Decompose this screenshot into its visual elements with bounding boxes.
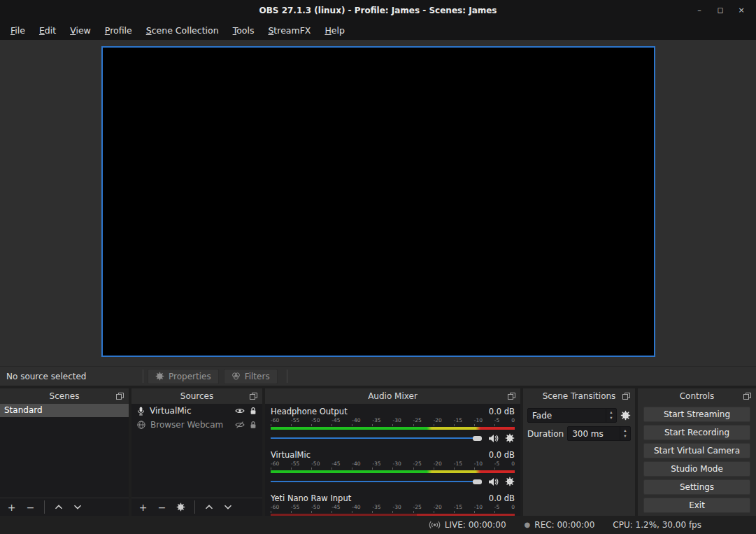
scenes-toolbar: + −	[0, 498, 129, 516]
audio-mixer-dock-title: Audio Mixer	[368, 391, 418, 401]
volume-slider[interactable]	[271, 477, 482, 486]
audio-mixer-dock-header[interactable]: Audio Mixer	[265, 388, 520, 404]
popout-icon[interactable]	[116, 393, 124, 400]
controls-dock-header[interactable]: Controls	[638, 388, 756, 404]
meter-tick-marks	[271, 468, 515, 470]
add-source-icon[interactable]: +	[134, 500, 152, 514]
exit-button[interactable]: Exit	[643, 498, 750, 513]
start-virtual-camera-button[interactable]: Start Virtual Camera	[643, 443, 750, 458]
start-recording-button[interactable]: Start Recording	[643, 425, 750, 440]
meter-tick-label: -5	[494, 417, 499, 423]
source-label: VirtualMic	[150, 406, 230, 416]
move-scene-up-icon[interactable]	[49, 500, 68, 514]
volume-slider-handle[interactable]	[473, 436, 482, 441]
transition-properties-gear-icon[interactable]	[620, 410, 631, 421]
visibility-eye-icon[interactable]	[235, 407, 245, 414]
menu-streamfx[interactable]: StreamFX	[261, 22, 318, 38]
meter-tick-label: -10	[474, 461, 483, 467]
volume-slider-track	[271, 481, 480, 482]
meter-tick-label: -55	[291, 504, 299, 510]
meter-tick-label: -30	[392, 461, 401, 467]
visibility-eye-slash-icon[interactable]	[235, 421, 245, 428]
meter-scale: -60-55-50-45-40-35-30-25-20-15-10-50	[271, 504, 515, 510]
filters-button[interactable]: Filters	[224, 369, 278, 384]
sources-dock: Sources VirtualMic	[131, 388, 262, 516]
source-row-browser-webcam[interactable]: Browser Webcam	[131, 418, 262, 432]
meter-tick-label: -50	[311, 417, 320, 423]
meter-tick-label: -30	[392, 417, 401, 423]
audio-mixer-dock: Audio Mixer Headphone Output 0.0 dB -60-…	[265, 388, 520, 516]
sources-toolbar: + −	[131, 498, 262, 516]
close-button[interactable]: ×	[731, 0, 752, 21]
lock-icon[interactable]	[250, 407, 257, 415]
volume-meter	[271, 427, 515, 430]
meter-tick-label: -35	[372, 504, 380, 510]
popout-icon[interactable]	[250, 393, 257, 400]
meter-tick-label: -55	[291, 461, 299, 467]
scene-item-standard[interactable]: Standard	[0, 404, 129, 417]
minimize-button[interactable]: –	[689, 0, 710, 21]
settings-button[interactable]: Settings	[643, 479, 750, 495]
meter-tick-label: -5	[494, 504, 499, 510]
scene-transitions-dock-header[interactable]: Scene Transitions	[523, 388, 635, 404]
duration-spinner[interactable]: ▴ ▾	[620, 427, 630, 440]
move-source-down-icon[interactable]	[218, 500, 237, 514]
preview-canvas[interactable]	[101, 46, 655, 357]
maximize-button[interactable]: ◻	[710, 0, 731, 21]
window-title: OBS 27.1.3 (linux) - Profile: James - Sc…	[0, 6, 756, 15]
menu-help[interactable]: Help	[318, 22, 352, 38]
menu-view[interactable]: View	[63, 22, 98, 38]
menu-scene-collection[interactable]: Scene Collection	[139, 22, 226, 38]
source-properties-gear-icon[interactable]	[171, 500, 190, 514]
meter-tick-label: -15	[454, 504, 462, 510]
scenes-dock-header[interactable]: Scenes	[0, 388, 129, 404]
source-row-virtualmic[interactable]: VirtualMic	[131, 404, 262, 418]
dock-area: Scenes Standard + −	[0, 386, 756, 516]
titlebar[interactable]: OBS 27.1.3 (linux) - Profile: James - Sc…	[0, 0, 756, 21]
volume-slider[interactable]	[271, 433, 482, 443]
studio-mode-button[interactable]: Studio Mode	[643, 461, 750, 477]
volume-meter	[271, 470, 515, 473]
toolbar-divider	[194, 500, 195, 514]
move-source-up-icon[interactable]	[199, 500, 218, 514]
menu-tools[interactable]: Tools	[226, 22, 262, 38]
audio-mixer-body: Headphone Output 0.0 dB -60-55-50-45-40-…	[265, 404, 520, 516]
scene-transitions-dock: Scene Transitions Fade ▴ ▾	[523, 388, 635, 516]
remove-scene-icon[interactable]: −	[21, 500, 40, 514]
popout-icon[interactable]	[743, 393, 751, 400]
sources-dock-header[interactable]: Sources	[131, 388, 262, 404]
move-scene-down-icon[interactable]	[68, 500, 87, 514]
lock-icon[interactable]	[250, 421, 257, 429]
menu-edit[interactable]: Edit	[32, 22, 63, 38]
menu-profile[interactable]: Profile	[98, 22, 139, 38]
popout-icon[interactable]	[622, 393, 630, 400]
menu-file[interactable]: File	[3, 22, 32, 38]
transition-select[interactable]: Fade ▴ ▾	[527, 408, 617, 423]
globe-icon	[137, 421, 145, 429]
scenes-dock: Scenes Standard + −	[0, 388, 129, 516]
meter-tick-label: -60	[271, 461, 279, 467]
filters-icon	[231, 372, 241, 380]
meter-tick-label: -25	[413, 504, 422, 510]
speaker-mute-icon[interactable]	[488, 477, 499, 486]
channel-settings-gear-icon[interactable]	[505, 433, 515, 443]
speaker-mute-icon[interactable]	[488, 434, 499, 443]
spinner-down-icon[interactable]: ▾	[624, 434, 626, 439]
remove-source-icon[interactable]: −	[152, 500, 171, 514]
popout-icon[interactable]	[508, 393, 515, 400]
channel-settings-gear-icon[interactable]	[505, 477, 515, 486]
volume-slider-handle[interactable]	[473, 479, 482, 484]
spinner-down-icon[interactable]: ▾	[610, 416, 612, 421]
combo-spinner[interactable]: ▴ ▾	[606, 409, 616, 422]
window-controls: – ◻ ×	[689, 0, 756, 21]
meter-tick-label: 0	[511, 417, 515, 423]
performance-stats: CPU: 1.2%, 30.00 fps	[613, 520, 701, 530]
meter-tick-label: -20	[434, 504, 442, 510]
sources-list: VirtualMic Browser Webcam	[131, 404, 262, 498]
properties-button[interactable]: Properties	[148, 369, 219, 384]
live-status: LIVE: 00:00:00	[429, 520, 506, 530]
start-streaming-button[interactable]: Start Streaming	[643, 407, 750, 422]
duration-spinbox[interactable]: 300 ms ▴ ▾	[567, 426, 631, 441]
add-scene-icon[interactable]: +	[2, 500, 21, 514]
mixer-channel-name: Yeti Nano Raw Input	[271, 493, 351, 504]
